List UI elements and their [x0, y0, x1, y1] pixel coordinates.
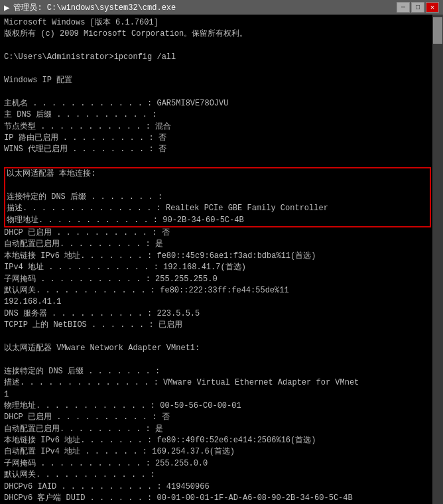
terminal-line: DHCP 已启用 . . . . . . . . . . : 否 [4, 227, 442, 239]
window-controls[interactable]: ─ □ ✕ [397, 2, 439, 13]
terminal-line: 版权所有 (c) 2009 Microsoft Corporation。保留所有… [4, 29, 442, 40]
terminal-line: 1 [4, 389, 442, 401]
terminal-line: 描述. . . . . . . . . . . . . . : VMware V… [4, 377, 442, 389]
terminal-line: DNS 服务器 . . . . . . . . . . : 223.5.5.5 [4, 308, 442, 320]
terminal-line: 主机名 . . . . . . . . . . . . : GAR5MI8VE7… [4, 98, 442, 109]
maximize-button[interactable]: □ [411, 2, 424, 13]
terminal-line [4, 40, 442, 52]
terminal-line: 节点类型 . . . . . . . . . . . : 混合 [4, 121, 442, 133]
terminal-line: 连接特定的 DNS 后缀 . . . . . . . : [4, 366, 442, 377]
terminal-line: DHCPv6 IAID . . . . . . . . . . : 419450… [4, 481, 442, 493]
terminal-line: C:\Users\Administrator>ipconfig /all [4, 52, 442, 63]
terminal-line: 默认网关. . . . . . . . . . . . : fe80::222:… [4, 285, 442, 296]
terminal-line [4, 86, 442, 97]
terminal-line [7, 180, 428, 191]
terminal-line [4, 332, 442, 343]
terminal-line: 本地链接 IPv6 地址. . . . . . . : fe80::49f0:5… [4, 435, 442, 446]
minimize-button[interactable]: ─ [397, 2, 410, 13]
terminal-line: DHCPv6 客户端 DUID . . . . . . : 00-01-00-0… [4, 493, 442, 504]
terminal-line: DHCP 已启用 . . . . . . . . . . : 否 [4, 412, 442, 423]
terminal-line: 以太网适配器 VMware Network Adapter VMnet1: [4, 343, 442, 354]
terminal-line: 连接特定的 DNS 后缀 . . . . . . . : [7, 192, 428, 203]
close-button[interactable]: ✕ [426, 2, 439, 13]
terminal-line: 物理地址. . . . . . . . . . . . : 00-50-56-C… [4, 401, 442, 412]
terminal-line: TCPIP 上的 NetBIOS . . . . . . : 已启用 [4, 320, 442, 331]
terminal-line: 物理地址. . . . . . . . . . . . : 90-2B-34-6… [7, 215, 428, 226]
terminal-line [4, 156, 442, 167]
terminal-line: 以太网适配器 本地连接: [7, 168, 428, 180]
terminal-line: 自动配置已启用. . . . . . . . . : 是 [4, 239, 442, 250]
terminal-line [4, 354, 442, 365]
content-area: Microsoft Windows [版本 6.1.7601]版权所有 (c) … [0, 15, 443, 504]
scrollbar-thumb[interactable] [433, 17, 442, 44]
scrollbar[interactable] [432, 15, 443, 504]
terminal-line: 默认网关. . . . . . . . . . . . : [4, 470, 442, 481]
terminal-lines: Microsoft Windows [版本 6.1.7601]版权所有 (c) … [0, 15, 443, 504]
cmd-window: ▶ 管理员: C:\windows\system32\cmd.exe ─ □ ✕… [0, 0, 443, 504]
terminal-content: Microsoft Windows [版本 6.1.7601]版权所有 (c) … [0, 15, 443, 504]
terminal-line: Microsoft Windows [版本 6.1.7601] [4, 17, 442, 29]
terminal-line: Windows IP 配置 [4, 75, 442, 86]
terminal-line: IP 路由已启用 . . . . . . . . . : 否 [4, 133, 442, 144]
terminal-line: 自动配置已启用. . . . . . . . . : 是 [4, 424, 442, 435]
terminal-line: 描述. . . . . . . . . . . . . . : Realtek … [7, 203, 428, 214]
terminal-line: IPv4 地址 . . . . . . . . . . . : 192.168.… [4, 262, 442, 273]
terminal-line: 192.168.41.1 [4, 296, 442, 308]
terminal-line [4, 64, 442, 75]
title-bar: ▶ 管理员: C:\windows\system32\cmd.exe ─ □ ✕ [0, 0, 443, 15]
terminal-line: 本地链接 IPv6 地址. . . . . . . : fe80::45c9:6… [4, 251, 442, 262]
terminal-line: 子网掩码 . . . . . . . . . . . : 255.255.0.0 [4, 458, 442, 470]
cmd-icon: ▶ [4, 2, 9, 13]
terminal-line: 自动配置 IPv4 地址 . . . . . . : 169.254.37.6(… [4, 446, 442, 458]
title-text: 管理员: C:\windows\system32\cmd.exe [13, 2, 397, 13]
terminal-line: 子网掩码 . . . . . . . . . . . : 255.255.255… [4, 274, 442, 285]
terminal-line: WINS 代理已启用 . . . . . . . . : 否 [4, 144, 442, 155]
terminal-line: 主 DNS 后缀 . . . . . . . . . . : [4, 109, 442, 121]
